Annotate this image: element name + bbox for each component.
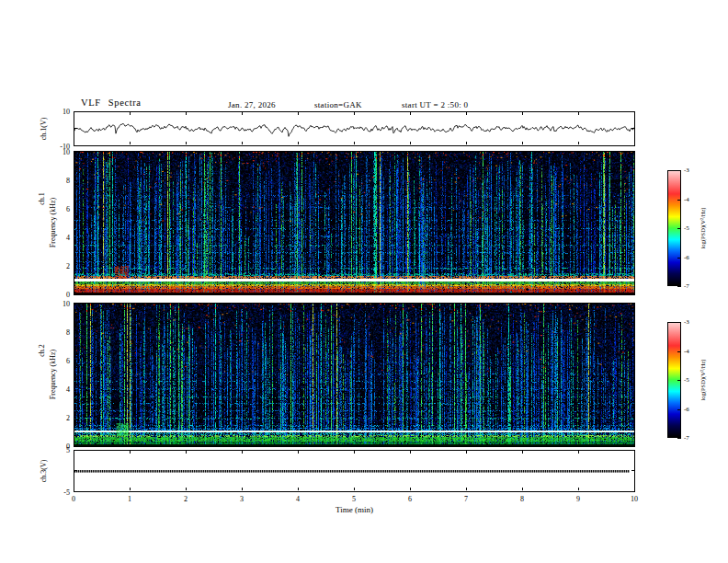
tick-mark: [466, 112, 467, 115]
tick-mark: [677, 228, 681, 229]
colorbar1-tick-label: -7: [684, 282, 699, 291]
tick-mark: [578, 451, 579, 454]
tick-mark: [130, 112, 131, 115]
ch1-spec-channel-label: ch.1: [38, 192, 46, 205]
time-tick-label: 2: [177, 495, 194, 503]
figure-title: VLF Spectra: [81, 98, 142, 108]
tick-mark: [74, 128, 77, 129]
vlf-spectra-figure: VLF Spectra Jan. 27, 2026 station=GAK st…: [0, 0, 728, 563]
tick-mark: [466, 451, 467, 454]
tick-mark: [242, 488, 243, 490]
ch1-volt-tick-label: 10: [53, 108, 70, 116]
time-tick-label: 7: [458, 495, 474, 503]
ch2-spectrogram-canvas: [74, 304, 634, 446]
time-tick-label: 1: [121, 495, 138, 503]
tick-mark: [130, 142, 131, 144]
tick-mark: [298, 488, 299, 490]
start-ut-label: start UT = 2 :50: 0: [402, 100, 468, 109]
ch2-freq-tick-label: 2: [53, 414, 70, 422]
tick-mark: [677, 322, 681, 323]
ch3-voltage-ylabel: ch.3(V): [40, 460, 48, 483]
tick-mark: [74, 112, 74, 115]
colorbar2-tick-label: -6: [684, 406, 699, 414]
tick-mark: [298, 142, 299, 144]
tick-mark: [578, 112, 579, 115]
ch1-freq-tick-label: 4: [53, 234, 70, 242]
colorbar1-tick-label: -3: [684, 167, 699, 175]
tick-mark: [466, 142, 467, 144]
tick-mark: [186, 142, 187, 144]
tick-mark: [634, 112, 635, 115]
tick-mark: [74, 470, 77, 471]
tick-mark: [410, 142, 411, 144]
tick-mark: [130, 488, 131, 490]
time-axis-title: Time (min): [74, 505, 635, 514]
tick-mark: [74, 451, 74, 454]
ch3-volt-tick-label: 5: [53, 446, 70, 454]
tick-mark: [522, 142, 523, 144]
colorbar2-tick-label: -4: [684, 348, 699, 356]
ch1-voltage-ylabel: ch.1(V): [40, 118, 48, 141]
ch1-freq-tick-label: 0: [53, 291, 70, 299]
tick-mark: [677, 380, 681, 381]
colorbar2-tick-label: -3: [684, 318, 699, 327]
tick-mark: [578, 142, 579, 144]
tick-mark: [631, 470, 634, 471]
ch1-freq-tick-label: 8: [53, 177, 70, 185]
time-tick-label: 9: [570, 495, 586, 503]
tick-mark: [242, 451, 243, 454]
tick-mark: [466, 488, 467, 490]
tick-mark: [242, 142, 243, 144]
colorbar1-tick-label: -6: [684, 254, 699, 262]
ch2-freq-tick-label: 8: [53, 328, 70, 337]
station-label: station=GAK: [314, 100, 362, 109]
tick-mark: [354, 142, 355, 144]
time-tick-label: 8: [514, 495, 530, 503]
ch2-spec-channel-label: ch.2: [38, 344, 46, 357]
tick-mark: [677, 438, 681, 439]
time-tick-label: 10: [626, 495, 643, 503]
ch1-freq-tick-label: 2: [53, 262, 70, 270]
tick-mark: [354, 451, 355, 454]
tick-mark: [186, 451, 187, 454]
tick-mark: [677, 286, 681, 287]
colorbar1-label: log(PSD)(V²/Hz): [700, 208, 706, 249]
tick-mark: [186, 112, 187, 115]
ch2-freq-tick-label: 10: [53, 300, 70, 308]
ch3-volt-tick-label: -5: [53, 488, 70, 497]
tick-mark: [74, 488, 74, 490]
tick-mark: [242, 112, 243, 115]
tick-mark: [298, 451, 299, 454]
tick-mark: [522, 451, 523, 454]
tick-mark: [578, 488, 579, 490]
tick-mark: [677, 409, 681, 410]
tick-mark: [74, 142, 74, 144]
time-tick-label: 6: [402, 495, 418, 503]
tick-mark: [634, 451, 635, 454]
tick-mark: [410, 451, 411, 454]
ch2-spectrogram-panel: [74, 303, 635, 447]
colorbar2-tick-label: -7: [684, 434, 699, 442]
tick-mark: [354, 112, 355, 115]
ch3-waveform-canvas: [74, 451, 634, 491]
colorbar2-tick-label: -5: [684, 376, 699, 385]
colorbar1-tick-label: -4: [684, 196, 699, 204]
tick-mark: [522, 488, 523, 490]
tick-mark: [354, 488, 355, 490]
tick-mark: [298, 112, 299, 115]
ch1-volt-tick-label: -10: [53, 143, 70, 151]
tick-mark: [631, 128, 634, 129]
tick-mark: [677, 200, 681, 201]
tick-mark: [410, 488, 411, 490]
colorbar2-label: log(PSD)(V²/Hz): [700, 360, 706, 401]
time-tick-label: 3: [233, 495, 250, 503]
tick-mark: [130, 451, 131, 454]
date-label: Jan. 27, 2026: [228, 100, 276, 109]
colorbar1-tick-label: -5: [684, 224, 699, 233]
tick-mark: [677, 258, 681, 259]
tick-mark: [634, 488, 635, 490]
tick-mark: [410, 112, 411, 115]
ch2-freq-tick-label: 4: [53, 385, 70, 394]
tick-mark: [677, 351, 681, 352]
tick-mark: [186, 488, 187, 490]
